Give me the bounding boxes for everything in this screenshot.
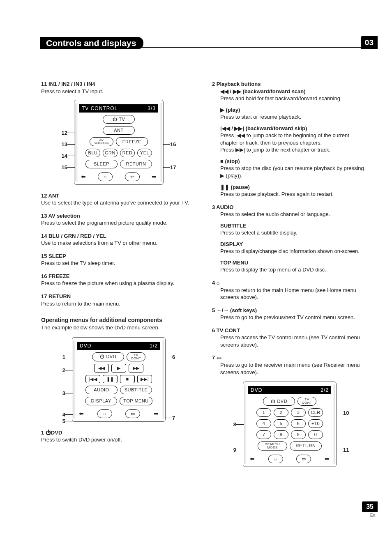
section-title: Controls and displays: [40, 37, 143, 49]
callout-1: 1: [57, 354, 73, 361]
remote-tvcontrol-diagram: TV CONTROL 3/3 ⏻TV ANT AV selection FREE…: [74, 100, 164, 184]
callout-6: 6: [165, 354, 180, 361]
freeze-button: FREEZE: [116, 137, 148, 146]
tv-cont-button: TV CONT: [127, 352, 145, 361]
return-button: RETURN: [290, 441, 322, 451]
page-number: 35: [362, 501, 378, 512]
item-17-heading: 17 RETURN: [41, 293, 196, 300]
grn-button: GRN: [103, 149, 118, 157]
pause-body: Press to pause playback. Press again to …: [220, 191, 367, 198]
tv-power-button: ⏻TV: [103, 115, 135, 124]
item-6-heading: 6 TV CONT: [212, 327, 367, 334]
num-8: 8: [274, 430, 288, 439]
item-12-heading: 12 ANT: [41, 192, 196, 200]
callout-9: 9: [228, 446, 244, 454]
av-selection-button: AV selection: [90, 137, 113, 146]
callout-10: 10: [336, 409, 354, 417]
ant-button: ANT: [103, 126, 135, 135]
item-14-body: Use to make selections from a TV or othe…: [41, 239, 196, 247]
red-button: RED: [120, 149, 135, 157]
callout-15: 15: [57, 164, 75, 171]
skip-body2: Press ▶▶| to jump to the next chapter or…: [220, 146, 367, 154]
page-lang: En: [362, 513, 378, 517]
callout-11: 11: [336, 446, 354, 454]
item-3-body: Press to select the audio channel or lan…: [220, 211, 367, 218]
skip-fwd-button: ▶▶|: [137, 375, 152, 384]
item-15-body: Press to set the TV sleep timer.: [41, 260, 196, 267]
remote1-title: TV CONTROL 3/3: [79, 104, 158, 113]
subtitle-button: SUBTITLE: [120, 386, 152, 394]
subtitle-heading: SUBTITLE: [220, 222, 367, 230]
audio-button: AUDIO: [85, 386, 118, 394]
receiver-icon: ▭: [125, 409, 140, 418]
remote2-title: DVD 1/2: [77, 342, 160, 350]
item-17-body: Press to return to the main menu.: [41, 300, 196, 308]
remote3-title-right: 2/2: [321, 387, 329, 393]
ffwd-button: ▶▶: [129, 364, 143, 372]
num-2: 2: [274, 408, 288, 417]
remote1-title-right: 3/3: [148, 105, 156, 112]
num-0: 0: [308, 430, 323, 439]
left-arrow-icon: ⬅: [81, 173, 86, 181]
return-button: RETURN: [120, 160, 152, 168]
num-9: 9: [291, 430, 306, 439]
receiver-icon: ▭: [296, 455, 311, 463]
play-body: Press to start or resume playback.: [220, 113, 367, 121]
home-icon: ⌂: [97, 409, 112, 418]
home-icon: ⌂: [98, 172, 113, 181]
skip-heading: |◀◀ / ▶▶| (backward/forward skip): [220, 125, 367, 132]
item-16-body: Press to freeze the picture when using a…: [41, 280, 196, 287]
display-button: DISPLAY: [85, 397, 117, 405]
right-arrow-icon: ➡: [152, 173, 157, 181]
num-5: 5: [274, 419, 288, 428]
num-3: 3: [291, 408, 306, 417]
play-button: ▶: [111, 364, 126, 372]
stop-heading: ■ (stop): [220, 158, 367, 165]
stop-body: Press to stop the disc (you can resume p…: [220, 165, 367, 179]
skip-back-button: |◀◀: [85, 375, 100, 384]
play-heading: ▶ (play): [220, 106, 367, 114]
item-14-heading: 14 BLU / GRN / RED / YEL: [41, 232, 196, 240]
item-3-heading: 3 AUDIO: [212, 204, 367, 211]
remote-dvd2-diagram: DVD 2/2 ⏻DVD TV CONT 1 2 3 CLR: [243, 382, 337, 467]
callout-3: 3: [57, 390, 73, 397]
callout-7: 7: [165, 414, 180, 422]
item-7-heading: 7 ▭: [212, 354, 367, 361]
clr-button: CLR: [308, 408, 323, 417]
callout-14: 14: [57, 152, 75, 160]
item-16-heading: 16 FREEZE: [41, 273, 196, 280]
remote3-title-left: DVD: [251, 387, 262, 393]
num-4: 4: [256, 419, 271, 428]
skip-body1: Press |◀◀ to jump back to the beginning …: [220, 132, 367, 146]
search-mode-button: SEARCH MODE: [258, 441, 287, 451]
right-arrow-icon: ➡: [325, 455, 330, 463]
item-6-body: Press to access the TV control menu (see…: [220, 334, 367, 348]
section-header: Controls and displays 03: [41, 37, 367, 48]
content-columns: 11 IN1 / IN2 / IN3 / IN4 Press to select…: [41, 80, 367, 474]
item-5-body: Press to go to the previous/next TV cont…: [220, 314, 367, 321]
tv-cont-button: TV CONT: [297, 397, 316, 406]
additional-components-body: The example below shows the DVD menu scr…: [41, 324, 196, 331]
callout-5: 5: [57, 418, 73, 425]
item-11-body: Press to select a TV input.: [41, 88, 196, 95]
display-body: Press to display/change disc information…: [220, 248, 367, 255]
callout-16: 16: [163, 141, 181, 148]
blu-button: BLU: [85, 149, 100, 157]
pause-button: ❚❚: [103, 375, 118, 384]
item-5-heading: 5 ←/→ (soft keys): [212, 307, 367, 314]
stop-button: ■: [120, 375, 135, 384]
callout-17: 17: [163, 164, 181, 171]
additional-components-heading: Operating menus for additional component…: [41, 316, 196, 324]
left-arrow-icon: ⬅: [250, 455, 255, 463]
callout-8: 8: [228, 421, 244, 428]
topmenu-body: Press to display the top menu of a DVD d…: [220, 266, 367, 274]
topmenu-heading: TOP MENU: [220, 259, 367, 267]
item-13-body: Press to select the programmed picture q…: [41, 219, 196, 227]
plus10-button: +10: [308, 419, 323, 428]
chapter-number: 03: [361, 36, 378, 49]
remote2-title-left: DVD: [80, 343, 91, 349]
item-15-heading: 15 SLEEP: [41, 253, 196, 260]
item-4-body: Press to return to the main Home menu (s…: [220, 287, 367, 301]
item-7-body: Press to go to the receiver main menu (s…: [220, 361, 367, 376]
home-icon: ⌂: [268, 455, 283, 463]
